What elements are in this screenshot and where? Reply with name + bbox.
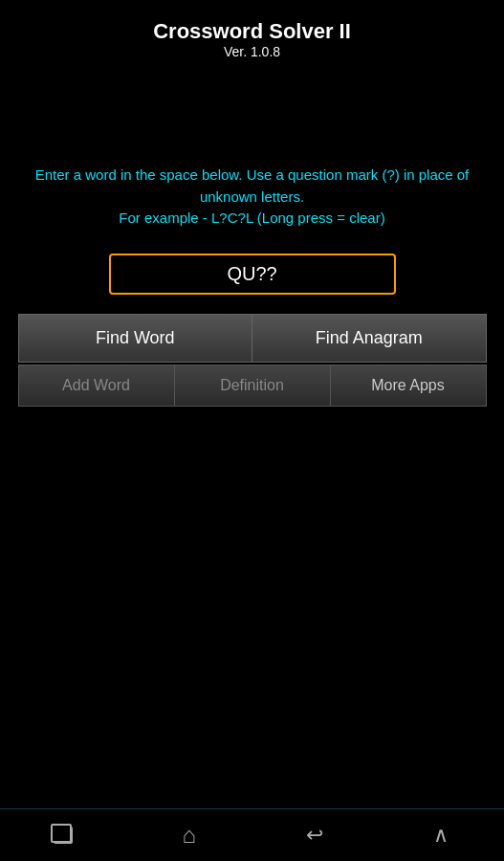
home-icon: ⌂: [182, 822, 196, 849]
add-word-button[interactable]: Add Word: [18, 364, 174, 407]
recent-apps-button[interactable]: [39, 816, 87, 854]
title-section: Crossword Solver II Ver. 1.0.8: [153, 19, 351, 59]
back-icon: ↩: [306, 823, 323, 848]
instructions-text: Enter a word in the space below. Use a q…: [0, 165, 504, 230]
find-anagram-button[interactable]: Find Anagram: [252, 314, 487, 363]
home-button[interactable]: ⌂: [165, 816, 213, 854]
up-icon: ∧: [433, 823, 449, 848]
up-button[interactable]: ∧: [417, 816, 465, 854]
search-input-wrapper: [109, 254, 396, 295]
recent-apps-icon: [54, 827, 73, 844]
secondary-button-row: Add Word Definition More Apps: [18, 364, 487, 407]
back-button[interactable]: ↩: [291, 816, 339, 854]
app-version: Ver. 1.0.8: [153, 44, 351, 59]
navigation-bar: ⌂ ↩ ∧: [0, 808, 504, 861]
definition-button[interactable]: Definition: [174, 364, 330, 407]
app-title: Crossword Solver II: [153, 19, 351, 44]
more-apps-button[interactable]: More Apps: [330, 364, 487, 407]
word-search-input[interactable]: [109, 254, 396, 295]
primary-button-row: Find Word Find Anagram: [18, 314, 487, 363]
find-word-button[interactable]: Find Word: [18, 314, 252, 363]
instructions-line2: For example - L?C?L (Long press = clear): [119, 210, 384, 226]
instructions-line1: Enter a word in the space below. Use a q…: [35, 166, 470, 205]
